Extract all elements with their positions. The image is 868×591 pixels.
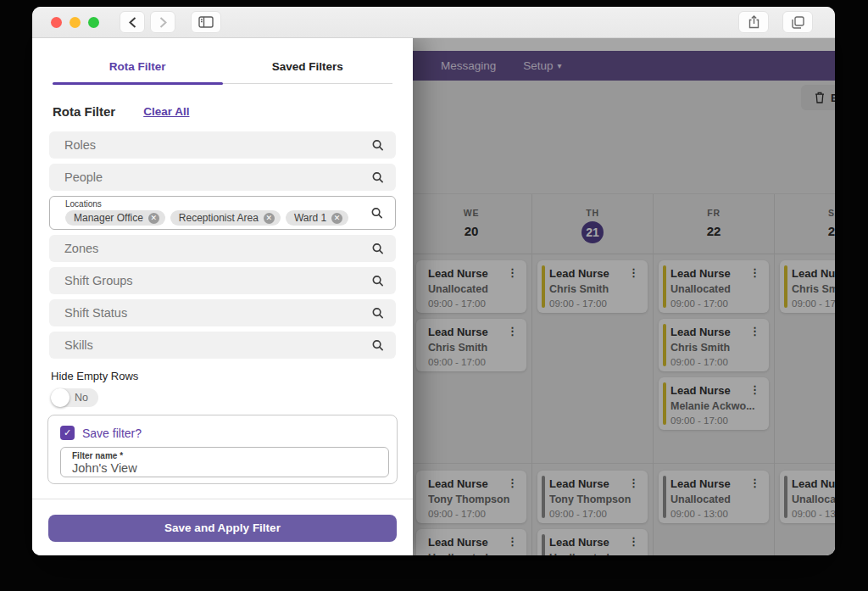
search-icon — [371, 139, 384, 152]
save-filter-checkbox[interactable]: ✓ — [60, 426, 75, 440]
chip-label: Receptionist Area — [179, 212, 259, 224]
filter-chip: Receptionist Area ✕ — [170, 210, 281, 226]
toggle-knob — [51, 388, 70, 407]
chip-label: Ward 1 — [294, 212, 326, 224]
back-button[interactable] — [120, 11, 145, 33]
hide-empty-rows-toggle[interactable]: No — [51, 388, 98, 407]
filter-field-label: Roles — [64, 138, 96, 152]
sidebar-icon — [198, 16, 214, 28]
toggle-sidebar-button[interactable] — [191, 11, 221, 33]
filter-field-label: Shift Groups — [64, 274, 133, 287]
app-content: Messaging Setup ▾ B WE 20 — [32, 38, 835, 555]
filter-chip: Manager Office ✕ — [65, 210, 165, 226]
share-button[interactable] — [738, 11, 769, 33]
chevron-left-icon — [129, 17, 136, 28]
toggle-value: No — [75, 392, 88, 404]
window-titlebar — [32, 7, 835, 38]
filter-name-input[interactable]: Filter name * John's View — [60, 447, 389, 477]
filter-field[interactable]: Shift Status — [49, 299, 396, 326]
filter-name-input-value: John's View — [72, 461, 388, 475]
search-icon — [371, 307, 384, 320]
share-icon — [748, 15, 760, 29]
filter-name-input-label: Filter name * — [72, 451, 388, 460]
filter-field-label: Shift Status — [64, 306, 127, 320]
forward-button[interactable] — [150, 11, 175, 33]
filter-chip: Ward 1 ✕ — [286, 210, 348, 226]
remove-chip-icon[interactable]: ✕ — [264, 213, 275, 224]
chevron-right-icon — [159, 17, 167, 28]
filter-chips: Manager Office ✕ Receptionist Area ✕ War… — [65, 210, 348, 226]
drawer-tabs: Rota Filter Saved Filters — [53, 53, 392, 84]
filter-field-label: People — [64, 170, 103, 184]
filter-field[interactable]: People — [49, 164, 396, 191]
remove-chip-icon[interactable]: ✕ — [148, 213, 159, 224]
close-window-button[interactable] — [51, 17, 62, 28]
hide-empty-rows-label: Hide Empty Rows — [51, 370, 394, 382]
save-filter-box: ✓ Save filter? Filter name * John's View — [47, 415, 398, 484]
filter-field-content: Locations Manager Office ✕ Receptionist … — [65, 199, 348, 226]
search-icon — [371, 275, 384, 287]
save-and-apply-button[interactable]: Save and Apply Filter — [48, 515, 397, 542]
search-icon — [371, 171, 384, 184]
filter-field-mini-label: Locations — [65, 199, 348, 209]
search-icon — [371, 339, 384, 352]
traffic-lights — [51, 17, 99, 28]
drawer-footer: Save and Apply Filter — [32, 499, 413, 555]
app-window: Messaging Setup ▾ B WE 20 — [32, 7, 835, 555]
filter-field[interactable]: Roles — [49, 131, 396, 159]
filter-field-label: Zones — [64, 242, 98, 255]
filter-field[interactable]: Shift Groups — [49, 267, 396, 294]
panel-title: Rota Filter — [53, 104, 115, 119]
save-filter-label: Save filter? — [82, 427, 142, 440]
search-icon — [370, 207, 383, 220]
filter-field[interactable]: Locations Manager Office ✕ Receptionist … — [49, 196, 396, 230]
remove-chip-icon[interactable]: ✕ — [331, 213, 342, 224]
chip-label: Manager Office — [74, 212, 143, 224]
tab-rota-filter[interactable]: Rota Filter — [53, 53, 223, 83]
filter-field-label: Skills — [64, 338, 93, 352]
rota-filter-drawer: Rota Filter Saved Filters Rota Filter Cl… — [32, 38, 413, 555]
tab-overview-button[interactable] — [782, 11, 813, 33]
minimize-window-button[interactable] — [70, 17, 81, 28]
tab-saved-filters[interactable]: Saved Filters — [223, 53, 393, 83]
filter-field[interactable]: Zones — [49, 235, 396, 262]
filter-fields: Roles People Locations Manager Office ✕ … — [49, 131, 396, 359]
clear-all-link[interactable]: Clear All — [143, 105, 189, 118]
filter-field[interactable]: Skills — [49, 332, 396, 359]
zoom-window-button[interactable] — [88, 17, 99, 28]
search-icon — [371, 243, 384, 255]
tabs-icon — [792, 16, 804, 29]
